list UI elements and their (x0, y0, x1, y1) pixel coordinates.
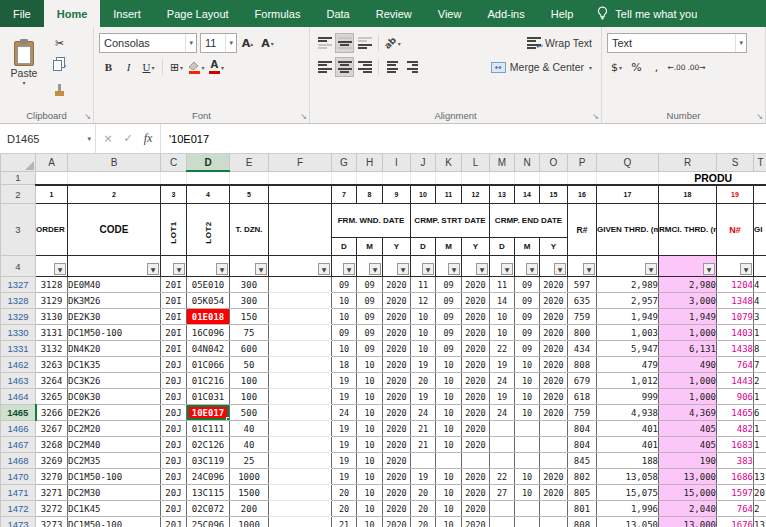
cell-E4[interactable]: ▼ (230, 256, 269, 277)
cell-F1328[interactable] (269, 293, 332, 309)
row-header-1471[interactable]: 1471 (1, 485, 36, 501)
cell-C1470[interactable]: 20J (161, 469, 187, 485)
cell-Q1329[interactable]: 1,949 (597, 309, 659, 325)
cell-P1331[interactable]: 434 (568, 341, 597, 357)
cell-E1470[interactable]: 1000 (230, 469, 269, 485)
cell-A1462[interactable]: 3263 (36, 357, 68, 373)
cell-P1467[interactable]: 804 (568, 437, 597, 453)
cell-S1331[interactable]: 1438 (717, 341, 754, 357)
header-partial-clipped[interactable]: GI (754, 204, 766, 256)
cell-F1473[interactable] (269, 517, 332, 527)
cell-I1465[interactable]: 2020 (383, 405, 411, 421)
header-n-number[interactable]: N# (717, 204, 754, 256)
cell-M1327[interactable]: 11 (490, 277, 515, 293)
cell-F1465[interactable] (269, 405, 332, 421)
cell-L1467[interactable]: 2020 (462, 437, 490, 453)
cell-C1[interactable] (161, 171, 187, 185)
filter-button-F[interactable]: ▼ (318, 263, 330, 275)
cell-P1470[interactable]: 802 (568, 469, 597, 485)
cell-N1328[interactable]: 09 (515, 293, 540, 309)
row-header-1464[interactable]: 1464 (1, 389, 36, 405)
cell-O1465[interactable]: 2020 (540, 405, 568, 421)
cell-J1464[interactable]: 19 (411, 389, 436, 405)
cell-S1473[interactable]: 1676 (717, 517, 754, 527)
cell-G4[interactable]: ▼ (332, 256, 357, 277)
cut-button[interactable]: ✂ (50, 34, 69, 54)
cell-C1329[interactable]: 20I (161, 309, 187, 325)
cell-M1330[interactable]: 10 (490, 325, 515, 341)
increase-font-button[interactable]: A▴ (238, 33, 257, 53)
tab-formulas[interactable]: Formulas (242, 0, 314, 27)
cell-G1464[interactable]: 19 (332, 389, 357, 405)
cell-N1467[interactable] (515, 437, 540, 453)
cell-E1467[interactable]: 40 (230, 437, 269, 453)
header-order-no[interactable]: ORDER № (36, 204, 68, 256)
cell-D1466[interactable]: 01C111 (187, 421, 230, 437)
cell-T4[interactable] (754, 256, 766, 277)
cell-M1467[interactable] (490, 437, 515, 453)
cell-P1463[interactable]: 679 (568, 373, 597, 389)
cell-A4[interactable]: ▼ (36, 256, 68, 277)
cell-J1473[interactable]: 20 (411, 517, 436, 527)
header-r-number[interactable]: R# (568, 204, 597, 256)
tab-view[interactable]: View (425, 0, 475, 27)
row-header-1473[interactable]: 1473 (1, 517, 36, 527)
cell-Q1466[interactable]: 401 (597, 421, 659, 437)
cell-N1331[interactable]: 09 (515, 341, 540, 357)
cell-R1471[interactable]: 15,000 (659, 485, 717, 501)
column-header-P[interactable]: P (568, 154, 597, 171)
cell-B1[interactable] (68, 171, 161, 185)
cell-D1468[interactable]: 03C119 (187, 453, 230, 469)
cell-Q1328[interactable]: 2,957 (597, 293, 659, 309)
cell-G1468[interactable]: 19 (332, 453, 357, 469)
cell-C1327[interactable]: 20I (161, 277, 187, 293)
filter-button-D[interactable]: ▼ (216, 263, 228, 275)
cell-P1465[interactable]: 759 (568, 405, 597, 421)
cell-L1462[interactable]: 2020 (462, 357, 490, 373)
cell-K1330[interactable]: 09 (436, 325, 462, 341)
cell-C1328[interactable]: 20I (161, 293, 187, 309)
wrap-text-button[interactable]: Wrap Text (523, 33, 596, 53)
merge-center-button[interactable]: ↔Merge & Center▾ (487, 57, 596, 77)
cell-K1[interactable] (436, 171, 462, 185)
font-dialog-launcher[interactable]: ↘ (300, 112, 307, 121)
clipboard-dialog-launcher[interactable]: ↘ (84, 112, 91, 121)
cell-L1471[interactable]: 2020 (462, 485, 490, 501)
cell-F1470[interactable] (269, 469, 332, 485)
cell-G1331[interactable]: 10 (332, 341, 357, 357)
cell-I1464[interactable]: 2020 (383, 389, 411, 405)
cell-G1329[interactable]: 10 (332, 309, 357, 325)
cell-K1465[interactable]: 10 (436, 405, 462, 421)
cell-C4[interactable]: ▼ (161, 256, 187, 277)
cell-Q1465[interactable]: 4,938 (597, 405, 659, 421)
cell-N1463[interactable]: 10 (515, 373, 540, 389)
filter-button-L[interactable]: ▼ (476, 263, 488, 275)
cell-A1468[interactable]: 3269 (36, 453, 68, 469)
cell-G1462[interactable]: 18 (332, 357, 357, 373)
cell-T1473[interactable]: 13 (754, 517, 766, 527)
cell-T1463[interactable]: 2 (754, 373, 766, 389)
cell-L1331[interactable]: 2020 (462, 341, 490, 357)
cell-L1327[interactable]: 2020 (462, 277, 490, 293)
cell-O1470[interactable]: 2020 (540, 469, 568, 485)
cell-J1467[interactable]: 21 (411, 437, 436, 453)
row-header-4[interactable]: 4 (1, 256, 36, 277)
cell-G1473[interactable]: 21 (332, 517, 357, 527)
cell-K1473[interactable]: 10 (436, 517, 462, 527)
cell-A1330[interactable]: 3131 (36, 325, 68, 341)
cell-K2[interactable]: 11 (436, 185, 462, 204)
filter-button-M[interactable]: ▼ (501, 263, 513, 275)
header-frm-wnd-date[interactable]: FRM. WND. DATE (332, 204, 411, 238)
cell-T1464[interactable]: 1 (754, 389, 766, 405)
column-header-D[interactable]: D (187, 154, 230, 171)
cell-P2[interactable]: 16 (568, 185, 597, 204)
cell-G1472[interactable]: 20 (332, 501, 357, 517)
cell-F1327[interactable] (269, 277, 332, 293)
cell-R1468[interactable]: 190 (659, 453, 717, 469)
cell-C1330[interactable]: 20I (161, 325, 187, 341)
cell-S1467[interactable]: 1683 (717, 437, 754, 453)
cell-A1466[interactable]: 3267 (36, 421, 68, 437)
cell-M1464[interactable]: 19 (490, 389, 515, 405)
cell-L1330[interactable]: 2020 (462, 325, 490, 341)
cell-G1328[interactable]: 10 (332, 293, 357, 309)
